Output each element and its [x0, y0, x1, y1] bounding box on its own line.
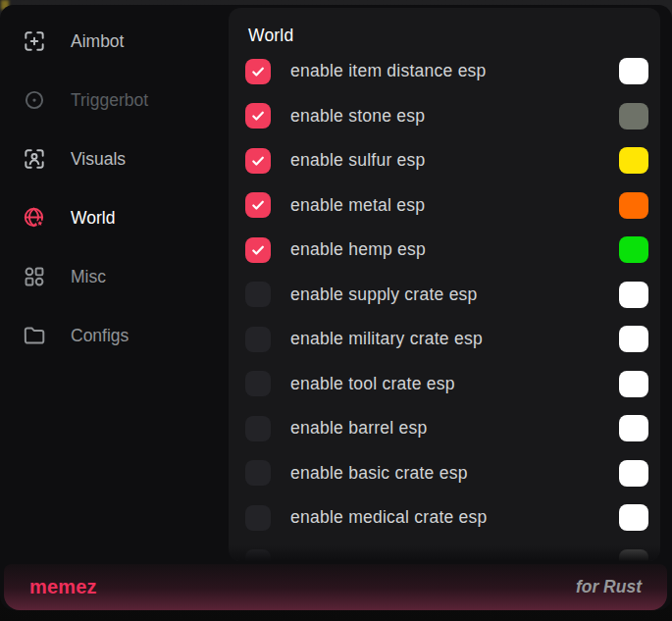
world-panel: World enable item distance espenable sto…	[229, 8, 660, 561]
option-checkbox[interactable]	[245, 59, 271, 84]
sidebar-item-label: Configs	[71, 326, 129, 346]
cheat-menu-window: AimbotTriggerbotVisualsWorldMiscConfigs …	[0, 5, 672, 610]
option-row: enable basic crate esp	[245, 451, 648, 496]
color-swatch[interactable]	[619, 58, 648, 84]
option-checkbox[interactable]	[245, 103, 271, 129]
check-icon	[250, 242, 266, 258]
option-checkbox[interactable]	[245, 237, 271, 263]
option-label: enable military crate esp	[290, 329, 483, 349]
option-label: enable supply crate esp	[290, 285, 478, 305]
option-row	[245, 541, 648, 562]
target-icon	[22, 87, 47, 113]
option-label: enable metal esp	[290, 195, 425, 216]
option-row: enable military crate esp	[245, 317, 648, 362]
sidebar-item-visuals[interactable]: Visuals	[0, 129, 229, 188]
sidebar-item-aimbot[interactable]: Aimbot	[0, 12, 229, 71]
edition-label: for Rust	[576, 577, 642, 597]
sidebar-item-triggerbot[interactable]: Triggerbot	[0, 71, 229, 129]
option-row: enable metal esp	[245, 183, 648, 229]
option-row: enable stone esp	[245, 94, 648, 139]
option-checkbox[interactable]	[245, 460, 271, 486]
sidebar-item-configs[interactable]: Configs	[0, 306, 229, 365]
check-icon	[250, 64, 266, 79]
person-scan-icon	[22, 146, 47, 172]
sidebar-item-label: World	[71, 208, 115, 229]
option-label: enable tool crate esp	[290, 374, 455, 394]
color-swatch[interactable]	[619, 236, 648, 263]
color-swatch[interactable]	[619, 192, 648, 219]
sidebar-item-misc[interactable]: Misc	[0, 247, 229, 306]
option-label: enable sulfur esp	[290, 150, 426, 171]
color-swatch[interactable]	[619, 147, 648, 174]
option-row: enable item distance esp	[245, 49, 648, 94]
check-icon	[250, 197, 266, 213]
option-label: enable barrel esp	[290, 418, 427, 439]
option-label: enable item distance esp	[290, 61, 487, 81]
option-checkbox[interactable]	[245, 282, 271, 307]
option-label: enable medical crate esp	[290, 507, 488, 528]
color-swatch[interactable]	[619, 504, 648, 531]
sidebar-item-label: Misc	[71, 267, 106, 287]
option-row: enable hemp esp	[245, 228, 648, 273]
option-checkbox[interactable]	[245, 505, 271, 531]
option-list: enable item distance espenable stone esp…	[245, 49, 648, 561]
globe-star-icon	[22, 205, 47, 231]
folder-icon	[22, 323, 47, 348]
brand-name: memez	[29, 576, 97, 598]
option-checkbox[interactable]	[245, 549, 271, 561]
color-swatch[interactable]	[619, 103, 648, 129]
option-row: enable supply crate esp	[245, 273, 648, 318]
shapes-icon	[22, 264, 47, 289]
color-swatch[interactable]	[619, 282, 648, 308]
color-swatch[interactable]	[619, 326, 648, 352]
sidebar-item-world[interactable]: World	[0, 188, 229, 247]
option-label: enable basic crate esp	[290, 463, 468, 484]
check-icon	[250, 153, 266, 169]
option-row: enable barrel esp	[245, 406, 648, 451]
color-swatch[interactable]	[619, 371, 648, 397]
check-icon	[250, 108, 266, 124]
sidebar-item-label: Visuals	[71, 149, 126, 170]
option-checkbox[interactable]	[245, 327, 271, 352]
sidebar-item-label: Aimbot	[71, 31, 124, 52]
option-label: enable stone esp	[290, 106, 425, 127]
color-swatch[interactable]	[619, 549, 648, 561]
option-checkbox[interactable]	[245, 371, 271, 396]
option-row: enable medical crate esp	[245, 495, 648, 541]
sidebar: AimbotTriggerbotVisualsWorldMiscConfigs	[0, 5, 229, 564]
option-checkbox[interactable]	[245, 192, 271, 218]
crosshair-scan-icon	[22, 28, 47, 54]
option-row: enable tool crate esp	[245, 362, 648, 407]
color-swatch[interactable]	[619, 415, 648, 441]
option-checkbox[interactable]	[245, 148, 271, 174]
footer-bar: memez for Rust	[4, 564, 667, 610]
option-row: enable sulfur esp	[245, 138, 648, 183]
option-label: enable hemp esp	[290, 239, 426, 260]
panel-title: World	[248, 22, 648, 49]
option-checkbox[interactable]	[245, 416, 271, 441]
color-swatch[interactable]	[619, 460, 648, 487]
sidebar-item-label: Triggerbot	[71, 90, 148, 111]
